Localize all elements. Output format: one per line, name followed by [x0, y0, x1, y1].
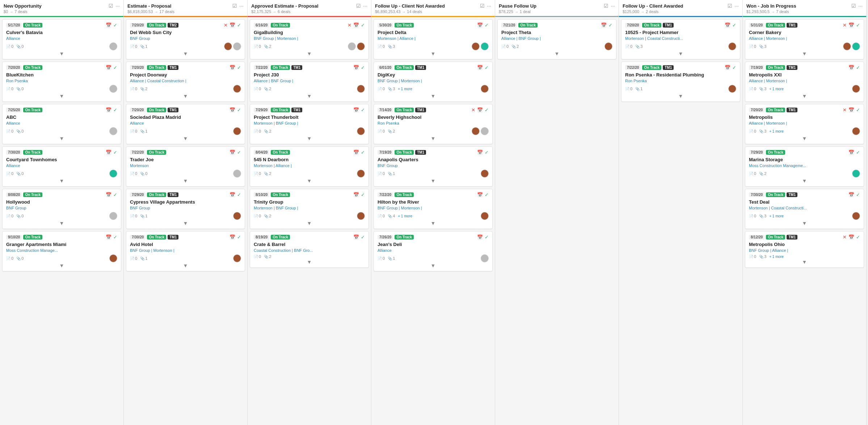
check-icon[interactable]: ✓ — [237, 22, 241, 28]
card[interactable]: 7/19/20On TrackTM1📅✓Anapolis QuartersBNF… — [374, 146, 493, 187]
card-company[interactable]: BNF Group — [130, 36, 241, 41]
calendar-icon[interactable]: 📅 — [353, 22, 359, 28]
calendar-icon[interactable]: 📅 — [477, 234, 483, 240]
expand-button[interactable]: ▼ — [6, 135, 117, 142]
card-company[interactable]: BNF Group | Mortenson | — [378, 79, 489, 83]
calendar-icon[interactable]: 📅 — [725, 22, 730, 28]
calendar-icon[interactable]: 📅 — [353, 65, 359, 70]
card[interactable]: 8/04/20On Track📅✓545 N DearbornMortenson… — [250, 146, 369, 187]
card[interactable]: 7/26/20On Track📅✓Jean's DeliAlliance📄 0📎… — [374, 231, 493, 271]
card[interactable]: 7/19/20On TrackTM1📅✓Metropolis XXIAllian… — [745, 62, 864, 102]
calendar-icon[interactable]: 📅 — [477, 150, 483, 155]
column-check-icon[interactable]: ☑ — [604, 3, 608, 9]
card-company[interactable]: Mortenson | Coastal Constructi... — [625, 36, 736, 41]
calendar-icon[interactable]: 📅 — [353, 192, 359, 197]
check-icon[interactable]: ✓ — [237, 107, 241, 113]
card[interactable]: 8/19/20On Track📅✓Crate & BarrelCoastal C… — [250, 231, 369, 268]
close-icon[interactable]: ✕ — [224, 22, 228, 28]
check-icon[interactable]: ✓ — [361, 65, 365, 70]
card[interactable]: 7/29/20On TrackTM1📅✓Cypress Village Appa… — [126, 189, 245, 229]
plus-more[interactable]: + 1 more — [398, 87, 412, 91]
expand-button[interactable]: ▼ — [625, 93, 736, 99]
expand-button[interactable]: ▼ — [6, 178, 117, 184]
card-company[interactable]: Mortenson — [130, 163, 241, 168]
expand-button[interactable]: ▼ — [749, 93, 860, 99]
card-company[interactable]: Mortenson | BNF Group | — [254, 121, 365, 125]
check-icon[interactable]: ✓ — [485, 22, 489, 28]
check-icon[interactable]: ✓ — [113, 150, 117, 155]
check-icon[interactable]: ✓ — [732, 22, 736, 28]
expand-button[interactable]: ▼ — [749, 135, 860, 142]
check-icon[interactable]: ✓ — [237, 234, 241, 240]
calendar-icon[interactable]: 📅 — [477, 192, 483, 197]
card-company[interactable]: Mortenson | Alliance | — [254, 163, 365, 168]
card[interactable]: 7/20/20On TrackTM1📅✓10525 - Project Hamm… — [621, 19, 740, 59]
check-icon[interactable]: ✓ — [113, 107, 117, 113]
calendar-icon[interactable]: 📅 — [229, 22, 235, 28]
card[interactable]: 6/01/20On TrackTM1📅✓DigiKeyBNF Group | M… — [374, 62, 493, 102]
expand-button[interactable]: ▼ — [378, 135, 489, 142]
calendar-icon[interactable]: 📅 — [106, 192, 111, 197]
calendar-icon[interactable]: 📅 — [229, 107, 235, 113]
card[interactable]: 7/30/20On TrackTM1📅✓Test DealMortenson |… — [745, 189, 864, 229]
check-icon[interactable]: ✓ — [237, 192, 241, 197]
check-icon[interactable]: ✓ — [856, 150, 860, 155]
calendar-icon[interactable]: 📅 — [106, 22, 111, 28]
close-icon[interactable]: ✕ — [471, 107, 475, 113]
card[interactable]: 8/10/20On Track📅✓Trinity GroupMortenson … — [250, 189, 369, 229]
check-icon[interactable]: ✓ — [113, 65, 117, 70]
expand-button[interactable]: ▼ — [378, 178, 489, 184]
calendar-icon[interactable]: 📅 — [229, 65, 235, 70]
check-icon[interactable]: ✓ — [485, 107, 489, 113]
check-icon[interactable]: ✓ — [361, 234, 365, 240]
card-company[interactable]: Mortenson | Alliance | — [378, 36, 489, 41]
card[interactable]: 7/20/20On TrackTM2✕📅✓Del Webb Sun CityBN… — [126, 19, 245, 59]
column-check-icon[interactable]: ☑ — [232, 3, 237, 9]
card-company[interactable]: Ron Psenka — [6, 79, 117, 83]
card-company[interactable]: Alliance | Mortenson | — [749, 121, 860, 125]
expand-button[interactable]: ▼ — [254, 135, 365, 142]
check-icon[interactable]: ✓ — [856, 234, 860, 240]
card-company[interactable]: Ron Psenka — [625, 79, 736, 83]
expand-button[interactable]: ▼ — [6, 93, 117, 99]
card-company[interactable]: Alliance | Mortenson | — [749, 79, 860, 83]
check-icon[interactable]: ✓ — [361, 192, 365, 197]
card[interactable]: 7/22/20On Track📅✓Trader JoeMortenson📄 0📎… — [126, 146, 245, 187]
expand-button[interactable]: ▼ — [749, 50, 860, 57]
expand-button[interactable]: ▼ — [130, 50, 241, 57]
expand-button[interactable]: ▼ — [254, 220, 365, 226]
card-company[interactable]: Alliance — [378, 248, 489, 253]
expand-button[interactable]: ▼ — [6, 50, 117, 57]
column-more-icon[interactable]: ··· — [734, 3, 739, 9]
expand-button[interactable]: ▼ — [130, 178, 241, 184]
calendar-icon[interactable]: 📅 — [353, 107, 359, 113]
column-more-icon[interactable]: ··· — [487, 3, 491, 9]
expand-button[interactable]: ▼ — [749, 220, 860, 226]
check-icon[interactable]: ✓ — [856, 107, 860, 113]
card-company[interactable]: BNF Group — [6, 206, 117, 210]
calendar-icon[interactable]: 📅 — [848, 22, 854, 28]
calendar-icon[interactable]: 📅 — [848, 234, 854, 240]
calendar-icon[interactable]: 📅 — [725, 65, 730, 70]
expand-button[interactable]: ▼ — [130, 220, 241, 226]
card[interactable]: 7/20/20On Track📅✓BlueKitchenRon Psenka📄 … — [2, 62, 121, 102]
card[interactable]: 7/29/20On Track📅✓Marina StorageMoss Cons… — [745, 146, 864, 187]
card[interactable]: 7/30/20On Track📅✓Courtyard TownhomesAlli… — [2, 146, 121, 187]
expand-button[interactable]: ▼ — [254, 50, 365, 57]
plus-more[interactable]: + 1 more — [769, 255, 784, 259]
calendar-icon[interactable]: 📅 — [848, 150, 854, 155]
card[interactable]: 9/10/20On Track📅✓Granger Apartments Miam… — [2, 231, 121, 271]
expand-button[interactable]: ▼ — [130, 93, 241, 99]
expand-button[interactable]: ▼ — [254, 93, 365, 99]
card-company[interactable]: Moss Construction Manageme... — [749, 163, 860, 168]
card[interactable]: 5/17/20On Track📅✓Culver's BataviaAllianc… — [2, 19, 121, 59]
check-icon[interactable]: ✓ — [485, 150, 489, 155]
calendar-icon[interactable]: 📅 — [229, 150, 235, 155]
check-icon[interactable]: ✓ — [485, 65, 489, 70]
card-company[interactable]: BNF Group — [378, 163, 489, 168]
check-icon[interactable]: ✓ — [113, 22, 117, 28]
expand-button[interactable]: ▼ — [6, 262, 117, 269]
calendar-icon[interactable]: 📅 — [848, 65, 854, 70]
card-company[interactable]: Alliance | Mortenson | — [749, 36, 860, 41]
plus-more[interactable]: + 1 more — [769, 214, 784, 218]
